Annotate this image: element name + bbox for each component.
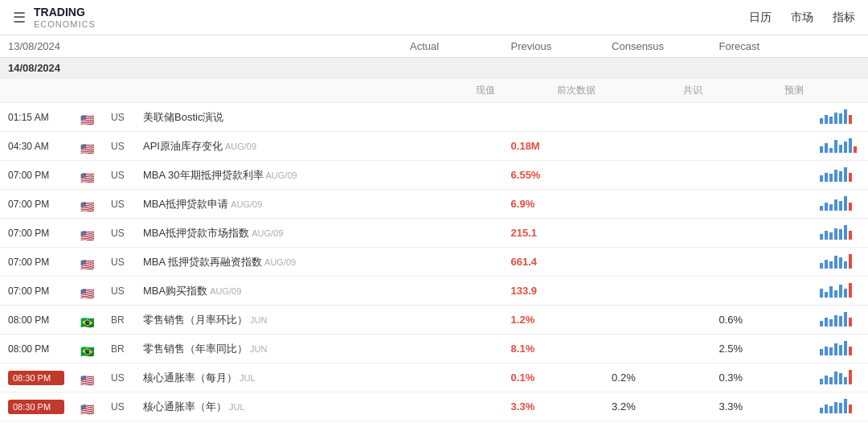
bar	[825, 376, 828, 384]
mini-chart-cell[interactable]	[812, 392, 868, 421]
bar	[820, 321, 823, 326]
actual-header: Actual	[402, 35, 503, 58]
column-headers: 13/08/2024 Actual Previous Consensus For…	[0, 35, 868, 58]
nav-item[interactable]: 指标	[833, 10, 855, 25]
indicator-label: MBA抵押贷款市场指数	[143, 227, 249, 239]
indicator-name-cell[interactable]: 核心通胀率（年）JUL	[135, 392, 402, 421]
bar	[844, 196, 847, 211]
bar	[834, 290, 837, 298]
bar	[825, 115, 828, 124]
actual-value	[402, 392, 503, 421]
indicator-label: 美联储Bostic演说	[143, 111, 223, 123]
bar	[820, 263, 823, 269]
bar	[825, 347, 828, 355]
indicator-name-cell[interactable]: MBA购买指数AUG/09	[135, 277, 402, 306]
sub-header-cell-3	[135, 79, 402, 103]
mini-chart	[820, 368, 852, 384]
time-cell: 04:30 AM	[0, 132, 72, 161]
bar	[834, 402, 837, 413]
nav-item[interactable]: 市场	[791, 10, 813, 25]
bar	[839, 373, 842, 384]
bar	[839, 201, 842, 211]
previous-value: 1.2%	[503, 306, 604, 335]
mini-chart-cell[interactable]	[812, 190, 868, 219]
indicator-label: MBA购买指数	[143, 285, 207, 297]
mini-chart	[820, 397, 852, 413]
mini-chart-cell[interactable]	[812, 363, 868, 392]
forecast-value	[710, 161, 812, 190]
time-cell: 08:30 PM	[0, 392, 72, 421]
flag-header	[72, 35, 103, 58]
previous-value: 215.1	[503, 219, 604, 248]
previous-value	[503, 103, 604, 132]
consensus-value: 0.2%	[604, 363, 710, 392]
mini-chart-cell[interactable]	[812, 161, 868, 190]
header: ☰ TRADING ECONOMICS 日历市场指标	[0, 0, 868, 35]
forecast-value: 2.5%	[710, 335, 812, 363]
previous-header: Previous	[503, 35, 604, 58]
nav-item[interactable]: 日历	[749, 10, 772, 25]
main-nav: 日历市场指标	[749, 10, 855, 25]
bar	[825, 143, 828, 153]
mini-chart-cell[interactable]	[812, 335, 868, 363]
previous-value: 6.55%	[503, 161, 604, 190]
indicator-name-cell[interactable]: 零售销售（月率环比）JUN	[135, 306, 402, 335]
mini-chart-cell[interactable]	[812, 132, 868, 161]
consensus-value	[604, 248, 710, 277]
indicator-label: API原油库存变化	[143, 140, 223, 152]
previous-value: 0.1%	[503, 363, 604, 392]
indicator-name-cell[interactable]: MBA 30年期抵押贷款利率AUG/09	[135, 161, 402, 190]
indicator-name-cell[interactable]: 美联储Bostic演说	[135, 103, 402, 132]
mini-chart-cell[interactable]	[812, 219, 868, 248]
indicator-name-cell[interactable]: MBA抵押贷款市场指数AUG/09	[135, 219, 402, 248]
indicator-name-cell[interactable]: 通货膨胀率（月度）JUL	[135, 421, 402, 428]
mini-chart-cell[interactable]	[812, 277, 868, 306]
bar	[834, 170, 837, 182]
logo: TRADING ECONOMICS	[34, 6, 96, 29]
indicator-name-cell[interactable]: MBA抵押贷款申请AUG/09	[135, 190, 402, 219]
indicator-label: 零售销售（月率环比）	[143, 314, 248, 326]
bar	[829, 117, 833, 124]
flag-icon: 🇺🇸	[80, 287, 95, 297]
mini-chart-cell[interactable]	[812, 306, 868, 335]
indicator-name-cell[interactable]: 核心通胀率（每月）JUL	[135, 363, 402, 392]
flag-icon: 🇺🇸	[80, 258, 95, 268]
mini-chart	[820, 310, 852, 326]
bar	[825, 260, 828, 269]
bar	[829, 148, 833, 153]
bar	[834, 256, 837, 269]
indicator-name-cell[interactable]: API原油库存变化AUG/09	[135, 132, 402, 161]
actual-value	[402, 161, 503, 190]
bar	[844, 142, 847, 153]
bar	[834, 343, 837, 355]
country-cell: US	[103, 103, 135, 132]
mini-chart-cell[interactable]	[812, 421, 868, 428]
mini-chart-cell[interactable]	[812, 248, 868, 277]
bar	[849, 254, 852, 269]
country-cell: US	[103, 363, 135, 392]
bar	[844, 399, 847, 413]
mini-chart-cell[interactable]	[812, 103, 868, 132]
bar	[834, 372, 837, 384]
hamburger-icon[interactable]: ☰	[13, 9, 26, 27]
bar	[849, 173, 852, 182]
bar	[844, 167, 847, 182]
bar	[839, 403, 842, 413]
previous-value: 661.4	[503, 248, 604, 277]
period-tag: JUN	[250, 315, 267, 325]
indicator-name-cell[interactable]: 零售销售（年率同比）JUN	[135, 335, 402, 363]
actual-value	[402, 363, 503, 392]
indicator-name-cell[interactable]: MBA 抵押贷款再融资指数AUG/09	[135, 248, 402, 277]
previous-value: -0.1%	[503, 421, 604, 428]
bar	[820, 379, 823, 384]
flag-cell: 🇺🇸	[72, 190, 103, 219]
calendar-table: 13/08/2024 Actual Previous Consensus For…	[0, 35, 868, 427]
bar	[825, 404, 828, 413]
bar	[839, 113, 842, 124]
bar	[849, 404, 852, 413]
table-row: 01:15 AM🇺🇸US美联储Bostic演说	[0, 103, 868, 132]
bar	[825, 318, 828, 326]
bar	[849, 203, 852, 211]
table-row: 08:00 PM🇧🇷BR零售销售（月率环比）JUN1.2%0.6%	[0, 306, 868, 335]
bar	[839, 345, 842, 355]
